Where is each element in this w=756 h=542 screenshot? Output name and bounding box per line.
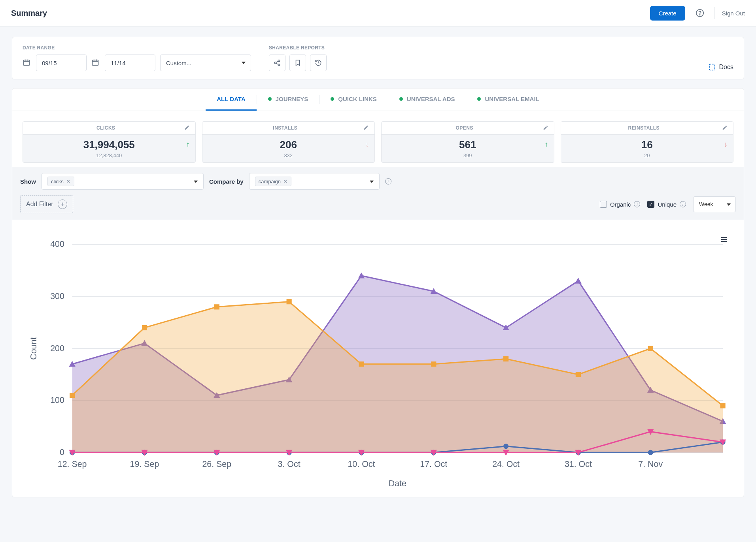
svg-text:10. Oct: 10. Oct (348, 459, 375, 469)
organic-label: Organic (610, 201, 631, 208)
svg-text:12. Sep: 12. Sep (58, 459, 87, 469)
signout-link[interactable]: Sign Out (722, 10, 745, 17)
edit-icon[interactable] (543, 125, 549, 131)
bookmark-icon[interactable] (289, 55, 306, 71)
unique-label: Unique (658, 201, 677, 208)
chart: 010020030040012. Sep19. Sep26. Sep3. Oct… (20, 231, 736, 491)
metric-compare: 12,828,440 (83, 152, 135, 158)
metric-title: CLICKS (28, 125, 184, 131)
svg-text:200: 200 (50, 344, 64, 353)
period-select[interactable]: Week (693, 196, 736, 212)
tab-quick-links[interactable]: QUICK LINKS (319, 88, 388, 111)
info-icon[interactable]: i (385, 178, 391, 184)
svg-text:26. Sep: 26. Sep (202, 459, 231, 469)
status-dot (331, 97, 334, 101)
metric-title: OPENS (386, 125, 543, 131)
show-chip[interactable]: clicks✕ (47, 177, 74, 186)
unique-checkbox[interactable]: ✓ (647, 201, 654, 208)
metric-title: REINSTALLS (566, 125, 722, 131)
svg-text:400: 400 (50, 239, 64, 249)
svg-rect-35 (431, 361, 436, 367)
tab-universal-email[interactable]: UNIVERSAL EMAIL (466, 88, 550, 111)
metric-value: 561 (459, 139, 476, 151)
svg-text:31. Oct: 31. Oct (565, 459, 592, 469)
status-dot (399, 97, 403, 101)
svg-rect-30 (70, 393, 75, 398)
metric-compare: 20 (641, 152, 653, 158)
svg-rect-31 (142, 325, 147, 330)
docs-icon (708, 63, 716, 71)
edit-icon[interactable] (184, 125, 191, 131)
docs-link[interactable]: Docs (708, 63, 733, 71)
svg-rect-32 (214, 304, 219, 309)
metric-value: 16 (641, 139, 653, 151)
svg-text:300: 300 (50, 292, 64, 301)
share-icon[interactable] (269, 55, 285, 71)
svg-rect-7 (709, 64, 714, 70)
chart-menu-icon[interactable] (720, 235, 728, 245)
status-dot (268, 97, 272, 101)
svg-text:7. Nov: 7. Nov (638, 459, 663, 469)
edit-icon[interactable] (363, 125, 370, 131)
history-icon[interactable] (310, 55, 327, 71)
organic-checkbox[interactable] (600, 201, 607, 208)
add-filter-button[interactable]: Add Filter + (20, 195, 73, 213)
chip-remove-icon[interactable]: ✕ (66, 178, 71, 184)
date-start-input[interactable] (36, 55, 87, 71)
tab-label: UNIVERSAL ADS (407, 96, 455, 102)
page-title: Summary (11, 9, 47, 18)
metric-card-reinstalls: REINSTALLS 16 20 ↓ (561, 121, 734, 163)
show-select[interactable]: clicks✕ (42, 173, 204, 190)
metric-compare: 399 (459, 152, 476, 158)
compare-chip[interactable]: campaign✕ (255, 177, 291, 186)
svg-rect-37 (576, 372, 581, 377)
svg-point-6 (278, 64, 280, 66)
plus-icon: + (58, 199, 67, 209)
svg-point-1 (699, 15, 700, 15)
svg-point-5 (274, 62, 276, 64)
docs-label: Docs (719, 64, 733, 71)
show-label: Show (20, 178, 36, 185)
svg-point-46 (503, 444, 508, 449)
metric-value: 31,994,055 (83, 139, 135, 151)
metric-title: INSTALLS (207, 125, 364, 131)
info-icon[interactable]: i (634, 201, 640, 207)
info-icon[interactable]: i (680, 201, 686, 207)
svg-rect-2 (24, 60, 30, 65)
status-dot (477, 97, 481, 101)
create-button[interactable]: Create (650, 6, 685, 21)
svg-text:24. Oct: 24. Oct (492, 459, 520, 469)
compare-select[interactable]: campaign✕ (249, 173, 380, 190)
edit-icon[interactable] (722, 125, 728, 131)
date-range-label: DATE RANGE (23, 45, 251, 51)
metric-value: 206 (280, 139, 297, 151)
svg-text:100: 100 (50, 395, 64, 405)
svg-rect-38 (648, 346, 653, 351)
svg-text:Count: Count (29, 337, 38, 360)
metric-compare: 332 (280, 152, 297, 158)
svg-rect-9 (721, 239, 727, 240)
trend-down-icon: ↓ (365, 140, 369, 149)
svg-point-48 (648, 450, 653, 455)
tab-all-data[interactable]: ALL DATA (206, 88, 257, 111)
trend-up-icon: ↑ (545, 140, 548, 149)
date-end-input[interactable] (105, 55, 155, 71)
svg-text:3. Oct: 3. Oct (278, 459, 301, 469)
svg-rect-34 (359, 361, 364, 367)
tab-universal-ads[interactable]: UNIVERSAL ADS (388, 88, 466, 111)
svg-rect-39 (720, 403, 725, 408)
svg-rect-33 (287, 299, 292, 304)
svg-text:0: 0 (60, 448, 64, 457)
chip-remove-icon[interactable]: ✕ (283, 178, 288, 184)
svg-text:Date: Date (389, 479, 406, 488)
tab-label: QUICK LINKS (338, 96, 377, 102)
tab-label: ALL DATA (217, 96, 246, 102)
shareable-label: SHAREABLE REPORTS (269, 45, 327, 51)
tab-journeys[interactable]: JOURNEYS (257, 88, 319, 111)
date-preset-select[interactable] (160, 55, 251, 71)
tab-label: JOURNEYS (276, 96, 308, 102)
tab-label: UNIVERSAL EMAIL (485, 96, 539, 102)
svg-point-4 (278, 60, 280, 62)
help-icon[interactable] (692, 6, 707, 21)
svg-rect-10 (721, 241, 727, 242)
